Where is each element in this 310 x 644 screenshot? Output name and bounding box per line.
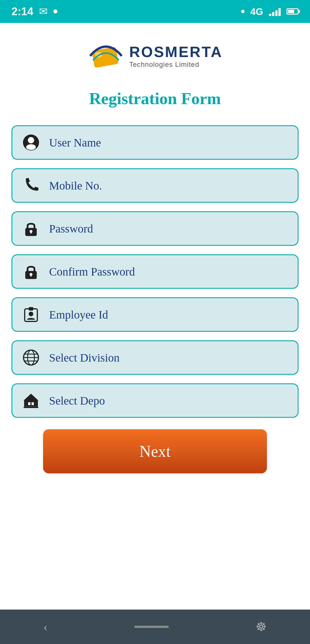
lock-icon [21,218,41,239]
logo-wrapper: ROSMERTA Technologies Limited [87,40,223,72]
employee-id-label: Employee Id [49,308,108,321]
logo-container: ROSMERTA Technologies Limited [87,40,223,72]
svg-rect-10 [30,274,32,277]
svg-marker-20 [24,394,38,401]
confirm-password-label: Confirm Password [49,265,135,278]
division-label: Select Division [49,351,120,364]
accessibility-button[interactable]: ☸ [255,619,267,634]
phone-icon [21,175,41,196]
logo-tagline: Technologies Limited [129,61,223,69]
mobile-label: Mobile No. [49,179,102,192]
svg-point-3 [28,137,34,143]
employee-id-field[interactable]: Employee Id [11,297,299,332]
user-icon [21,132,41,153]
back-button[interactable]: ‹ [43,620,48,634]
status-time: 2:14 [11,5,33,18]
username-field[interactable]: User Name [11,125,299,160]
page-title: Registration Form [89,89,221,108]
building-icon [21,391,41,411]
logo-graphic [87,40,125,72]
logo-text-area: ROSMERTA Technologies Limited [129,43,223,69]
confirm-lock-icon [21,261,41,282]
signal-icon [269,7,281,16]
svg-point-13 [29,312,33,316]
division-field[interactable]: Select Division [11,340,299,375]
status-left: 2:14 ✉ [11,5,57,18]
svg-rect-21 [28,402,30,405]
mobile-field[interactable]: Mobile No. [11,168,299,203]
badge-icon [21,305,41,325]
svg-rect-7 [30,231,32,234]
depo-field[interactable]: Select Depo [11,383,299,418]
status-bar: 2:14 ✉ 4G [0,0,310,23]
username-label: User Name [49,136,101,149]
svg-point-4 [26,144,36,150]
svg-rect-24 [24,407,38,408]
bottom-nav: ‹ ☸ [0,610,310,644]
password-label: Password [49,222,93,235]
logo-brand: ROSMERTA [129,43,223,61]
next-button[interactable]: Next [43,429,267,473]
main-content: ROSMERTA Technologies Limited Registrati… [0,23,310,491]
home-indicator[interactable] [134,626,169,628]
svg-rect-22 [32,402,34,405]
confirm-password-field[interactable]: Confirm Password [11,254,299,289]
registration-form: User Name Mobile No. Pa [11,125,299,418]
password-field[interactable]: Password [11,211,299,246]
depo-label: Select Depo [49,394,105,407]
mail-icon: ✉ [39,5,48,17]
status-dot [53,9,57,13]
status-right: 4G [241,6,299,17]
signal-dot [241,10,245,13]
battery-icon [286,8,299,15]
svg-rect-12 [29,307,33,311]
globe-icon [21,348,41,368]
network-label: 4G [250,6,263,17]
